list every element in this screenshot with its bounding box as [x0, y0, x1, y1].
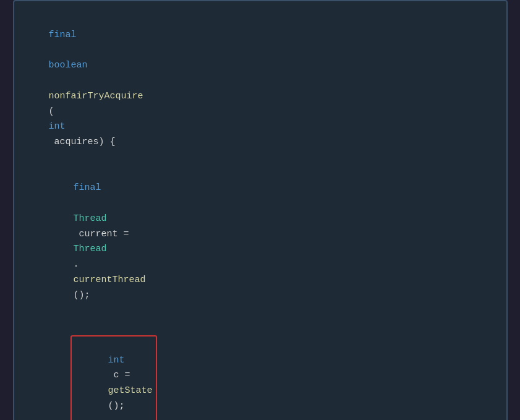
highlight-box-1: int c = getState (); if (c == 0 ) { [70, 335, 157, 420]
code-line-1: final boolean nonfairTryAcquire ( int ac… [27, 12, 494, 166]
kw-int-1: int [49, 121, 66, 132]
class-thread-2: Thread [74, 244, 107, 254]
kw-boolean: boolean [49, 60, 88, 71]
kw-int-box: int [108, 355, 125, 366]
kw-final-2: final [74, 182, 101, 193]
fn-nonfairTryAcquire: nonfairTryAcquire [49, 91, 143, 101]
code-line-2: final Thread current = Thread . currentT… [27, 166, 494, 319]
class-thread: Thread [74, 213, 107, 224]
fn-currentThread: currentThread [74, 275, 146, 285]
code-panel: final boolean nonfairTryAcquire ( int ac… [13, 0, 508, 420]
code-line-box1: int c = getState (); if (c == 0 ) { [27, 320, 494, 420]
kw-final: final [49, 30, 77, 40]
fn-getState: getState [108, 385, 153, 396]
